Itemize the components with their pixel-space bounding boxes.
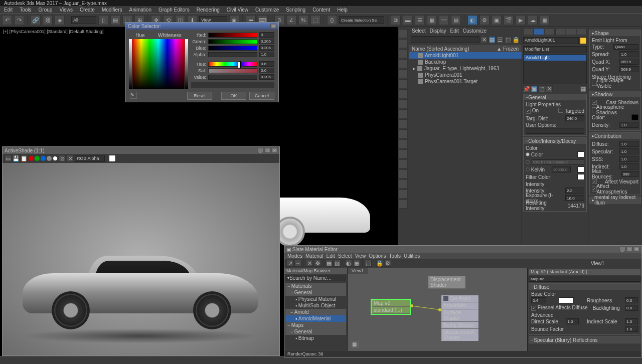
slate-maximize-icon[interactable]: □ bbox=[626, 247, 632, 252]
side-select-icon[interactable] bbox=[399, 39, 408, 48]
viewport-label[interactable]: [+] [PhysCamera001] [Standard] [Default … bbox=[3, 29, 103, 34]
menu-views[interactable]: Views bbox=[57, 7, 75, 13]
slate-move-icon[interactable]: ✥ bbox=[314, 260, 321, 267]
side-container-icon[interactable] bbox=[399, 129, 408, 138]
copy-icon[interactable]: 📋 bbox=[21, 155, 28, 162]
scene-display-button[interactable]: ⬚ bbox=[505, 36, 512, 43]
motion-tab[interactable] bbox=[555, 28, 565, 35]
overlay-swatch[interactable] bbox=[109, 155, 116, 162]
alpha-channel-icon[interactable] bbox=[47, 156, 52, 161]
object-color-swatch[interactable] bbox=[580, 37, 587, 44]
scene-menu-edit[interactable]: Edit bbox=[450, 28, 459, 34]
pin-stack-icon[interactable]: 📌 bbox=[523, 85, 530, 92]
slate-bg-icon[interactable]: ▦ bbox=[353, 260, 360, 267]
contrib-sss-spinner[interactable]: 1.0 bbox=[619, 156, 638, 162]
green-value[interactable]: 0.206 bbox=[259, 39, 274, 44]
menu-scripting[interactable]: Scripting bbox=[284, 7, 307, 13]
atmos-shadows-checkbox[interactable] bbox=[592, 107, 596, 112]
main-menu-bar[interactable]: Edit Tools Group Views Create Modifiers … bbox=[0, 6, 642, 13]
side-space-icon[interactable] bbox=[399, 99, 408, 108]
maximize-icon[interactable]: □ bbox=[264, 148, 270, 153]
quady-spinner[interactable]: 569.9 bbox=[619, 66, 638, 72]
remove-mod-icon[interactable]: ✕ bbox=[546, 85, 553, 92]
slate-menu-tools[interactable]: Tools bbox=[389, 253, 401, 259]
contrib-indirect-spinner[interactable]: 1.0 bbox=[619, 163, 638, 169]
channel-dropdown[interactable]: RGB Alpha bbox=[75, 155, 105, 162]
user-options-input[interactable] bbox=[526, 128, 584, 134]
green-channel-icon[interactable] bbox=[35, 156, 40, 161]
scene-filter-button[interactable]: ☰ bbox=[497, 36, 504, 43]
hue-slider[interactable] bbox=[208, 62, 257, 67]
create-tab[interactable] bbox=[523, 28, 533, 35]
menu-help[interactable]: Help bbox=[335, 7, 350, 13]
slate-assign-icon[interactable]: → bbox=[294, 260, 301, 267]
slate-select-by-mat-icon[interactable]: ⬚ bbox=[365, 260, 372, 267]
tree-materials[interactable]: − Materials bbox=[285, 283, 346, 289]
scene-item-camera-target[interactable]: PhysCamera001.Target bbox=[409, 78, 522, 85]
preset-dropdown[interactable]: CIE F7 Fluorescent bbox=[532, 159, 584, 165]
scene-item-backdrop[interactable]: Backdrop bbox=[409, 59, 522, 65]
layout-button[interactable]: ▦ bbox=[540, 15, 550, 25]
affect-atmos-checkbox[interactable]: ✓ bbox=[592, 187, 597, 192]
menu-civilview[interactable]: Civil View bbox=[225, 7, 250, 13]
bind-button[interactable]: ◈ bbox=[55, 15, 65, 25]
scene-item-arnoldlight[interactable]: ArnoldLight001 bbox=[409, 52, 522, 59]
tree-general2[interactable]: − General bbox=[285, 328, 346, 335]
color-dialog-titlebar[interactable]: Color Selector: ✕ bbox=[126, 23, 278, 30]
tree-maps[interactable]: − Maps bbox=[285, 322, 346, 328]
value-value[interactable]: 0.206 bbox=[259, 74, 274, 80]
density-spinner[interactable]: 1.0 bbox=[619, 122, 638, 128]
node-map2[interactable]: Map #2 standard (...) bbox=[371, 299, 411, 315]
snap-percent-button[interactable]: % bbox=[298, 15, 308, 25]
clear-icon[interactable]: ⊘ bbox=[59, 155, 66, 162]
object-name-input[interactable]: ArnoldLight001 bbox=[523, 37, 579, 44]
side-bone-icon[interactable] bbox=[399, 89, 408, 98]
shape-rollout-header[interactable]: ▸ Shape bbox=[590, 30, 640, 36]
contrib-diffuse-spinner[interactable]: 1.0 bbox=[619, 141, 638, 147]
red-value[interactable]: 0 bbox=[259, 32, 274, 38]
layers-button[interactable]: ☰ bbox=[415, 15, 425, 25]
snap-angle-button[interactable]: ∠ bbox=[286, 15, 296, 25]
quadx-spinner[interactable]: 269.9 bbox=[619, 59, 638, 65]
blue-value[interactable]: 0.206 bbox=[259, 45, 274, 51]
scene-search-close-icon[interactable]: ✕ bbox=[480, 36, 488, 43]
menu-group[interactable]: Group bbox=[37, 7, 55, 13]
hierarchy-tab[interactable] bbox=[545, 28, 555, 35]
slate-menu-view[interactable]: View bbox=[355, 253, 366, 259]
align-button[interactable]: ▬ bbox=[403, 15, 413, 25]
red-channel-icon[interactable] bbox=[29, 156, 34, 161]
minimize-icon[interactable]: _ bbox=[257, 148, 263, 153]
material-editor-button[interactable]: ◐ bbox=[467, 15, 477, 25]
display-tab[interactable] bbox=[566, 28, 576, 35]
targeted-checkbox[interactable] bbox=[558, 108, 563, 113]
render-canvas[interactable] bbox=[3, 163, 279, 355]
blue-channel-icon[interactable] bbox=[41, 156, 46, 161]
spinner-snap-button[interactable]: ⬚ bbox=[310, 15, 320, 25]
menu-animation[interactable]: Animation bbox=[127, 7, 153, 13]
menu-customize[interactable]: Customize bbox=[253, 7, 281, 13]
sat-value[interactable]: 0.6 bbox=[259, 68, 274, 73]
kelvin-radio[interactable] bbox=[526, 167, 530, 171]
menu-rendering[interactable]: Rendering bbox=[195, 7, 222, 13]
contribution-rollout-header[interactable]: ▸ Contribution bbox=[590, 133, 640, 139]
side-add-icon[interactable] bbox=[399, 159, 408, 168]
alpha-value[interactable]: 1.0 bbox=[259, 52, 274, 57]
menu-create[interactable]: Create bbox=[78, 7, 97, 13]
kelvin-spinner[interactable]: 10000.0 bbox=[552, 166, 571, 172]
slate-delete-icon[interactable]: ✕ bbox=[306, 260, 313, 267]
slate-menu-bar[interactable]: Modes Material Edit Select View Options … bbox=[284, 253, 641, 259]
contrib-specular-spinner[interactable]: 1.0 bbox=[619, 148, 638, 154]
light-shape-visible-checkbox[interactable] bbox=[592, 81, 597, 86]
hue-value[interactable]: 0.6 bbox=[259, 61, 274, 67]
roughness-spinner[interactable]: 0.0 bbox=[625, 297, 638, 303]
scene-item-jaguar[interactable]: ▸Jaguar_E-type_Lightweight_1963 bbox=[409, 65, 522, 72]
contrib-max-spinner[interactable]: 999 bbox=[621, 171, 638, 177]
render-iterative-button[interactable]: ▶ bbox=[516, 15, 526, 25]
type-dropdown[interactable]: Quad bbox=[613, 44, 638, 50]
ok-button[interactable]: OK bbox=[221, 92, 246, 100]
sat-slider[interactable] bbox=[208, 68, 257, 73]
slate-menu-options[interactable]: Options bbox=[369, 253, 386, 259]
node-car-paint[interactable]: Car Paint ArnoldMat... Surface Shader Bu… bbox=[441, 295, 479, 342]
slate-menu-modes[interactable]: Modes bbox=[287, 253, 302, 259]
slate-layout-icon[interactable]: ▦ bbox=[326, 260, 333, 267]
